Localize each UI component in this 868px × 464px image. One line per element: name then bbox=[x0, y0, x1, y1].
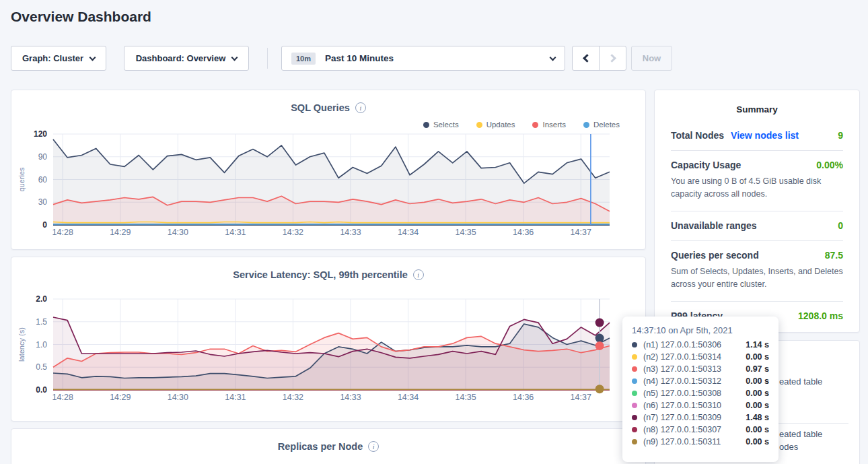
chevron-right-icon bbox=[608, 54, 616, 63]
tooltip-row: (n6) 127.0.0.1:503100.00 s bbox=[632, 399, 769, 411]
view-nodes-list-link[interactable]: View nodes list bbox=[731, 130, 799, 141]
svg-text:14:29: 14:29 bbox=[110, 393, 131, 402]
node-color-dot-icon bbox=[632, 342, 637, 347]
service-latency-card: Service Latency: SQL, 99th percentile i … bbox=[11, 257, 646, 422]
chart-hover-tooltip: 14:37:10 on Apr 5th, 2021 (n1) 127.0.0.1… bbox=[622, 317, 779, 462]
svg-text:14:33: 14:33 bbox=[340, 393, 361, 402]
node-color-dot-icon bbox=[632, 378, 637, 384]
sql-queries-chart[interactable]: 14:2814:2914:3014:3114:3214:3314:3414:35… bbox=[11, 129, 647, 243]
legend-dot-icon bbox=[583, 122, 589, 128]
node-color-dot-icon bbox=[632, 391, 637, 396]
svg-text:60: 60 bbox=[38, 175, 48, 185]
svg-text:14:34: 14:34 bbox=[398, 393, 419, 402]
page-title: Overview Dashboard bbox=[11, 9, 151, 25]
qps-label: Queries per second bbox=[671, 250, 759, 261]
svg-text:14:35: 14:35 bbox=[455, 228, 476, 237]
node-color-dot-icon bbox=[632, 427, 637, 432]
legend-dot-icon bbox=[476, 122, 482, 128]
svg-text:14:30: 14:30 bbox=[168, 393, 188, 402]
time-back-button[interactable] bbox=[573, 46, 599, 70]
svg-text:0.5: 0.5 bbox=[36, 362, 47, 372]
legend-item[interactable]: Selects bbox=[423, 121, 459, 129]
service-latency-title: Service Latency: SQL, 99th percentile bbox=[233, 269, 408, 280]
service-latency-chart[interactable]: 14:2814:2914:3014:3114:3214:3314:3414:35… bbox=[11, 294, 647, 408]
tooltip-node-value: 0.00 s bbox=[746, 376, 769, 386]
tooltip-row: (n4) 127.0.0.1:503120.00 s bbox=[632, 375, 769, 387]
svg-text:14:30: 14:30 bbox=[168, 228, 188, 237]
event-item-text[interactable]: odes bbox=[779, 442, 798, 452]
svg-text:14:34: 14:34 bbox=[398, 228, 419, 237]
graph-dropdown[interactable]: Graph: Cluster bbox=[11, 46, 106, 71]
svg-text:14:28: 14:28 bbox=[52, 228, 73, 237]
summary-capacity: Capacity Usage 0.00% You are using 0 B o… bbox=[671, 150, 843, 211]
info-icon[interactable]: i bbox=[355, 102, 366, 113]
sql-legend: SelectsUpdatesInsertsDeletes bbox=[423, 121, 620, 129]
svg-text:14:37: 14:37 bbox=[571, 228, 591, 237]
tooltip-node-label: (n5) 127.0.0.1:50308 bbox=[643, 389, 721, 398]
tooltip-node-label: (n2) 127.0.0.1:50314 bbox=[643, 352, 721, 362]
tooltip-row: (n9) 127.0.0.1:503110.00 s bbox=[632, 436, 769, 448]
legend-dot-icon bbox=[423, 122, 429, 128]
summary-qps: Queries per second 87.5 Sum of Selects, … bbox=[671, 240, 843, 301]
capacity-usage-label: Capacity Usage bbox=[671, 160, 741, 170]
toolbar-divider bbox=[267, 48, 268, 69]
legend-label: Selects bbox=[433, 121, 459, 129]
info-icon[interactable]: i bbox=[413, 269, 424, 280]
svg-text:14:36: 14:36 bbox=[513, 228, 534, 237]
svg-text:14:33: 14:33 bbox=[340, 228, 361, 237]
tooltip-row: (n1) 127.0.0.1:503061.14 s bbox=[632, 339, 769, 351]
tooltip-time: 14:37:10 bbox=[632, 325, 666, 335]
svg-text:2.0: 2.0 bbox=[36, 294, 47, 304]
summary-unavailable-ranges: Unavailable ranges 0 bbox=[671, 211, 843, 240]
dashboard-dropdown[interactable]: Dashboard: Overview bbox=[124, 46, 249, 71]
legend-item[interactable]: Deletes bbox=[583, 121, 620, 129]
hover-point-dot bbox=[595, 341, 604, 350]
event-item-text[interactable]: eated table bbox=[779, 429, 822, 439]
svg-text:0: 0 bbox=[42, 220, 47, 230]
svg-text:14:28: 14:28 bbox=[52, 393, 73, 402]
time-range-dropdown[interactable]: 10m Past 10 Minutes bbox=[281, 46, 565, 71]
info-icon[interactable]: i bbox=[368, 441, 379, 452]
tooltip-node-label: (n7) 127.0.0.1:50309 bbox=[643, 413, 721, 422]
capacity-usage-desc: You are using 0 B of 4.5 GiB usable disk… bbox=[671, 170, 843, 201]
event-item-text[interactable]: eated table bbox=[779, 376, 822, 387]
svg-text:1.0: 1.0 bbox=[36, 340, 47, 350]
chevron-down-icon bbox=[89, 54, 96, 61]
tooltip-row: (n5) 127.0.0.1:503080.00 s bbox=[632, 387, 769, 399]
tooltip-node-value: 1.14 s bbox=[746, 340, 769, 350]
qps-desc: Sum of Selects, Updates, Inserts, and De… bbox=[671, 261, 843, 292]
chevron-down-icon bbox=[231, 54, 238, 61]
tooltip-node-label: (n1) 127.0.0.1:50306 bbox=[643, 340, 721, 350]
hover-point-dot bbox=[595, 385, 604, 393]
node-color-dot-icon bbox=[632, 439, 637, 444]
svg-text:14:31: 14:31 bbox=[225, 228, 246, 237]
legend-item[interactable]: Updates bbox=[476, 121, 515, 129]
unavailable-ranges-value: 0 bbox=[838, 220, 843, 231]
tooltip-node-label: (n8) 127.0.0.1:50307 bbox=[643, 425, 721, 434]
tooltip-row: (n2) 127.0.0.1:503140.00 s bbox=[632, 351, 769, 363]
svg-text:14:31: 14:31 bbox=[225, 393, 246, 402]
svg-text:14:32: 14:32 bbox=[283, 228, 303, 237]
svg-text:0.0: 0.0 bbox=[36, 385, 47, 395]
chevron-left-icon bbox=[583, 54, 591, 63]
svg-text:14:36: 14:36 bbox=[513, 393, 534, 402]
sql-queries-title: SQL Queries bbox=[291, 102, 350, 113]
chevron-down-icon bbox=[550, 54, 556, 61]
tooltip-node-value: 0.00 s bbox=[746, 437, 769, 446]
tooltip-date: on Apr 5th, 2021 bbox=[666, 325, 733, 335]
time-forward-button[interactable] bbox=[599, 46, 626, 70]
svg-text:14:35: 14:35 bbox=[455, 393, 476, 402]
legend-label: Updates bbox=[486, 121, 515, 129]
now-button-label: Now bbox=[643, 53, 661, 63]
node-color-dot-icon bbox=[632, 354, 637, 360]
tooltip-node-label: (n4) 127.0.0.1:50312 bbox=[643, 376, 721, 386]
tooltip-node-value: 0.00 s bbox=[746, 401, 769, 410]
node-color-dot-icon bbox=[632, 415, 637, 420]
legend-dot-icon bbox=[532, 122, 538, 128]
svg-text:14:37: 14:37 bbox=[571, 393, 591, 402]
legend-label: Deletes bbox=[593, 121, 620, 129]
node-color-dot-icon bbox=[632, 366, 637, 372]
now-button[interactable]: Now bbox=[631, 46, 672, 71]
legend-item[interactable]: Inserts bbox=[532, 121, 566, 129]
svg-text:latency (s): latency (s) bbox=[17, 327, 26, 362]
